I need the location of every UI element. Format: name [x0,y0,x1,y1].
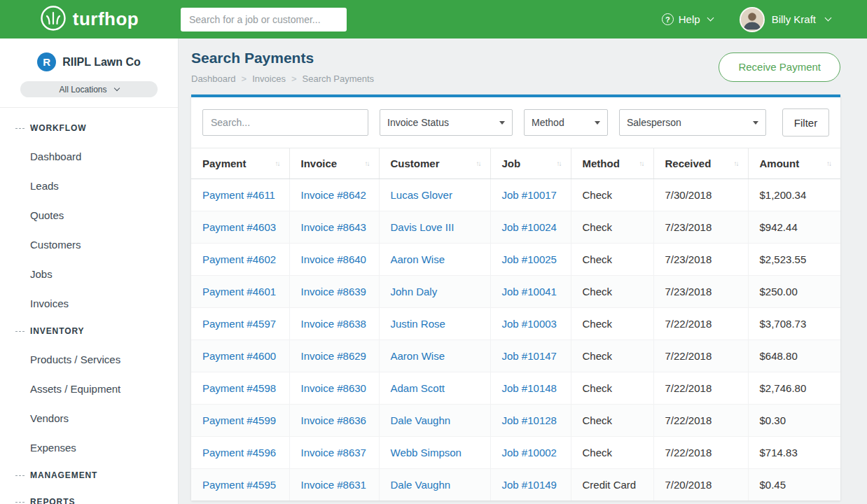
method-label: Method [532,117,564,128]
sidebar-item-invoices[interactable]: Invoices [0,288,178,318]
payment-cell[interactable]: Payment #4601 [191,276,289,308]
sidebar-section-workflow: WORKFLOW [0,115,178,141]
table-row: Payment #4603Invoice #8643Davis Love III… [191,211,840,244]
invoice-cell[interactable]: Invoice #8642 [289,179,379,211]
job-cell[interactable]: Job #10025 [490,244,571,276]
table-header-row: Payment↑↓Invoice↑↓Customer↑↓Job↑↓Method↑… [191,148,840,179]
payment-cell[interactable]: Payment #4602 [191,244,289,276]
sidebar-item-expenses[interactable]: Expenses [0,433,178,462]
invoice-cell[interactable]: Invoice #8637 [289,437,379,469]
method-cell: Check [571,405,653,437]
breadcrumb-dashboard[interactable]: Dashboard [191,74,236,84]
sidebar-item-quotes[interactable]: Quotes [0,200,178,230]
section-dash-icon [15,502,25,503]
location-selector[interactable]: All Locations [20,81,158,97]
table-row: Payment #4600Invoice #8629Aaron WiseJob … [191,340,840,372]
column-header-payment[interactable]: Payment↑↓ [191,148,289,179]
table-row: Payment #4595Invoice #8631Dale VaughnJob… [191,469,840,501]
sidebar-item-jobs[interactable]: Jobs [0,259,178,288]
payment-cell[interactable]: Payment #4603 [191,211,289,244]
customer-cell[interactable]: Aaron Wise [379,340,490,372]
breadcrumb-invoices[interactable]: Invoices [252,74,286,84]
breadcrumb-current: Search Payments [303,74,375,84]
received-cell: 7/23/2018 [653,276,748,308]
payment-cell[interactable]: Payment #4598 [191,372,289,405]
invoice-cell[interactable]: Invoice #8631 [289,469,379,501]
method-cell: Check [571,437,653,469]
customer-cell[interactable]: Justin Rose [379,308,490,340]
invoice-cell[interactable]: Invoice #8630 [289,372,379,405]
receive-payment-button[interactable]: Receive Payment [719,52,840,82]
job-cell[interactable]: Job #10041 [490,276,571,308]
payment-cell[interactable]: Payment #4611 [191,179,289,211]
customer-cell[interactable]: Adam Scott [379,372,490,405]
caret-down-icon [499,121,505,125]
table-row: Payment #4602Invoice #8640Aaron WiseJob … [191,244,840,276]
job-cell[interactable]: Job #10149 [490,469,571,501]
method-cell: Check [571,179,653,211]
invoice-cell[interactable]: Invoice #8629 [289,340,379,372]
payments-search-input[interactable] [202,109,368,136]
job-cell[interactable]: Job #10024 [490,211,571,244]
sidebar-item-customers[interactable]: Customers [0,230,178,259]
sort-icon: ↑↓ [275,160,281,167]
invoice-status-select[interactable]: Invoice Status [380,109,513,136]
sidebar: R RIIPL Lawn Co All Locations WORKFLOWDa… [0,38,179,504]
invoice-cell[interactable]: Invoice #8636 [289,405,379,437]
filter-button[interactable]: Filter [782,108,829,136]
sidebar-item-products-services[interactable]: Products / Services [0,344,178,374]
avatar [740,7,765,32]
table-row: Payment #4611Invoice #8642Lucas GloverJo… [191,179,840,211]
customer-cell[interactable]: Lucas Glover [379,179,490,211]
job-cell[interactable]: Job #10017 [490,179,571,211]
payment-cell[interactable]: Payment #4597 [191,308,289,340]
customer-cell[interactable]: Davis Love III [379,211,490,244]
job-cell[interactable]: Job #10148 [490,372,571,405]
method-select[interactable]: Method [524,109,608,136]
invoice-cell[interactable]: Invoice #8639 [289,276,379,308]
column-header-method[interactable]: Method↑↓ [571,148,653,179]
payment-cell[interactable]: Payment #4600 [191,340,289,372]
chevron-down-icon [707,15,714,22]
job-cell[interactable]: Job #10128 [490,405,571,437]
column-header-received[interactable]: Received↑↓ [653,148,748,179]
amount-cell: $3,708.73 [748,308,840,340]
user-menu[interactable]: Billy Kraft [740,7,831,32]
sidebar-item-dashboard[interactable]: Dashboard [0,141,178,171]
customer-cell[interactable]: Dale Vaughn [379,469,490,501]
sort-icon: ↑↓ [639,160,645,167]
sidebar-item-leads[interactable]: Leads [0,171,178,200]
invoice-cell[interactable]: Invoice #8643 [289,211,379,244]
customer-cell[interactable]: John Daly [379,276,490,308]
column-header-amount[interactable]: Amount↑↓ [748,148,840,179]
logo-text: turfhop [73,8,139,30]
section-label: INVENTORY [30,326,84,336]
section-dash-icon [15,128,25,129]
salesperson-select[interactable]: Salesperson [619,109,766,136]
payment-cell[interactable]: Payment #4596 [191,437,289,469]
amount-cell: $0.30 [748,405,840,437]
invoice-cell[interactable]: Invoice #8638 [289,308,379,340]
customer-cell[interactable]: Dale Vaughn [379,405,490,437]
payment-cell[interactable]: Payment #4599 [191,405,289,437]
caret-down-icon [595,121,600,125]
global-search-input[interactable] [181,8,347,31]
column-header-job[interactable]: Job↑↓ [490,148,571,179]
customer-cell[interactable]: Aaron Wise [379,244,490,276]
invoice-cell[interactable]: Invoice #8640 [289,244,379,276]
job-cell[interactable]: Job #10003 [490,308,571,340]
column-header-invoice[interactable]: Invoice↑↓ [289,148,379,179]
customer-cell[interactable]: Webb Simpson [379,437,490,469]
received-cell: 7/30/2018 [653,179,748,211]
column-label: Payment [202,158,247,169]
payment-cell[interactable]: Payment #4595 [191,469,289,501]
app-logo[interactable]: turfhop [0,5,179,34]
sidebar-item-vendors[interactable]: Vendors [0,403,178,433]
sidebar-item-assets-equipment[interactable]: Assets / Equipment [0,374,178,403]
job-cell[interactable]: Job #10147 [490,340,571,372]
help-menu[interactable]: ? Help [662,13,713,25]
table-body: Payment #4611Invoice #8642Lucas GloverJo… [191,179,840,501]
job-cell[interactable]: Job #10002 [490,437,571,469]
column-header-customer[interactable]: Customer↑↓ [379,148,490,179]
chevron-down-icon [113,85,119,90]
